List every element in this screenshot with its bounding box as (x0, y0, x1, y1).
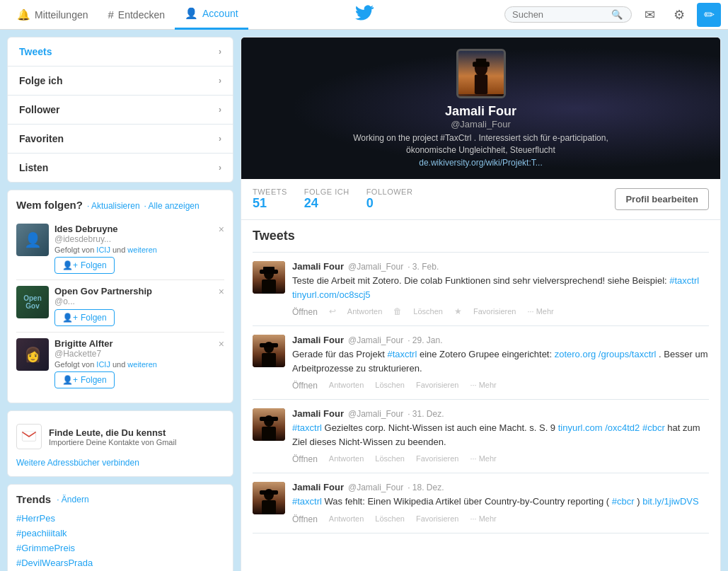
follow-button-1[interactable]: 👤+ Folgen (54, 257, 115, 274)
delete-link-1[interactable]: Löschen (375, 381, 405, 389)
follow-handle-1: @idesdebruy... (54, 234, 224, 244)
compose-button[interactable]: ✏ (697, 3, 721, 27)
search-input[interactable] (512, 9, 611, 20)
edit-profile-button[interactable]: Profil bearbeiten (615, 188, 709, 210)
tweet-link-1a[interactable]: zotero.org /groups/taxctrl (555, 349, 657, 359)
left-sidebar: Tweets › Folge ich › Follower › Favorite… (7, 37, 233, 571)
close-suggestion-1[interactable]: × (219, 224, 224, 235)
more-link-0[interactable]: ··· Mehr (527, 307, 553, 316)
reply-link-1[interactable]: Antworten (329, 381, 364, 389)
fav-link-2[interactable]: Favorisieren (416, 454, 459, 463)
tweet-link-2a[interactable]: tinyurl.com /oxc4td2 (558, 422, 640, 433)
chevron-right-icon: › (219, 134, 221, 144)
nav-discover[interactable]: # Entdecken (98, 0, 175, 30)
trends-widget: Trends · Ändern #HerrPes #peachiiitalk #… (7, 484, 233, 571)
tweet-date-3: · 18. Dez. (408, 483, 444, 492)
follow-also-link-1[interactable]: weiteren (127, 246, 157, 254)
follow-button-3[interactable]: 👤+ Folgen (54, 371, 115, 388)
tweet-body-2: Jamali Four @Jamali_Four · 31. Dez. #tax… (292, 408, 709, 464)
tweet-date-2: · 31. Dez. (408, 409, 444, 419)
stat-tweets: TWEETS 51 (253, 188, 287, 211)
tweet-link-0[interactable]: tinyurl.com/oc8scj5 (292, 289, 371, 300)
tweet-actions-1: Öffnen Antworten Löschen Favorisieren ··… (292, 379, 709, 391)
follow-avatar-2: Open Gov (16, 286, 49, 318)
tweet-expand-3[interactable]: Öffnen (292, 514, 318, 524)
sidebar-item-listen[interactable]: Listen › (8, 154, 233, 182)
settings-button[interactable]: ⚙ (667, 3, 691, 27)
nav-account[interactable]: 👤 Account (175, 0, 248, 30)
tweet-name-0: Jamali Four (292, 261, 344, 272)
follow-button-2[interactable]: 👤+ Folgen (54, 309, 115, 326)
fav-link-3[interactable]: Favorisieren (416, 514, 459, 523)
close-suggestion-3[interactable]: × (219, 338, 224, 350)
trends-title-row: Trends · Ändern (16, 493, 224, 505)
sidebar-item-tweets[interactable]: Tweets › (8, 38, 233, 67)
delete-link-2[interactable]: Löschen (375, 454, 405, 463)
sep-del-0: 🗑 (393, 306, 402, 316)
hashtag-taxctrl-2[interactable]: #taxctrl (292, 422, 322, 433)
main-layout: Tweets › Folge ich › Follower › Favorite… (0, 30, 728, 571)
svg-rect-9 (262, 279, 276, 294)
follow-by-link-1[interactable]: ICIJ (96, 246, 110, 254)
search-bar[interactable]: 🔍 (504, 6, 632, 23)
hashtag-taxctrl-1[interactable]: #taxctrl (387, 349, 417, 359)
hashtag-cbcr-2[interactable]: #cbcr (642, 422, 665, 433)
reply-link-0[interactable]: Antworten (347, 307, 383, 316)
sidebar-folge-ich-label: Folge ich (19, 75, 62, 86)
stat-folge-ich-value: 24 (304, 196, 318, 211)
tweet-body-3: Jamali Four @Jamali_Four · 18. Dez. #tax… (292, 482, 709, 524)
tweet-date-0: · 3. Feb. (408, 262, 439, 272)
svg-rect-4 (474, 74, 487, 93)
trend-item-2[interactable]: #GrimmePreis (16, 541, 224, 555)
more-link-1[interactable]: ··· Mehr (470, 381, 496, 389)
tweet-expand-1[interactable]: Öffnen (292, 381, 318, 391)
stat-follower-value: 0 (366, 196, 374, 211)
delete-link-3[interactable]: Löschen (375, 514, 405, 523)
address-books-link[interactable]: Weitere Adressbücher verbinden (16, 458, 224, 468)
profile-handle: @Jamali_Four (451, 119, 511, 129)
sidebar-item-follower[interactable]: Follower › (8, 96, 233, 125)
hashtag-taxctrl-3[interactable]: #taxctrl (292, 496, 322, 507)
sidebar-item-favoriten[interactable]: Favoriten › (8, 125, 233, 154)
fav-link-1[interactable]: Favorisieren (416, 381, 459, 389)
nav-notifications-label: Mitteilungen (35, 9, 88, 21)
trends-title: Trends (16, 493, 51, 505)
tweet-expand-0[interactable]: Öffnen (292, 307, 318, 317)
close-suggestion-2[interactable]: × (219, 286, 224, 297)
follow-avatar-3: 👩 (16, 338, 49, 371)
reply-link-2[interactable]: Antworten (329, 454, 364, 463)
hashtag-cbcr-3[interactable]: #cbcr (612, 496, 635, 507)
trend-item-0[interactable]: #HerrPes (16, 511, 224, 526)
show-all-link[interactable]: · Alle anzeigen (144, 201, 200, 211)
gmail-widget: Finde Leute, die Du kennst Importiere De… (7, 410, 233, 477)
fav-link-0[interactable]: Favorisieren (473, 307, 516, 316)
tweet-actions-2: Öffnen Antworten Löschen Favorisieren ··… (292, 453, 709, 464)
more-link-2[interactable]: ··· Mehr (470, 454, 496, 463)
tweets-section: Tweets Jamali Four @Jam (241, 220, 720, 545)
tweet-text-2: #taxctrl Gezieltes corp. Nicht-Wissen is… (292, 421, 709, 449)
sidebar-item-folge-ich[interactable]: Folge ich › (8, 67, 233, 96)
follow-by-link-3[interactable]: ICIJ (96, 360, 110, 369)
follow-also-link-3[interactable]: weiteren (127, 360, 157, 369)
reply-link-3[interactable]: Antworten (329, 514, 364, 523)
tweet-date-1: · 29. Jan. (408, 335, 442, 345)
trend-item-3[interactable]: #DevilWearsPrada (16, 555, 224, 570)
follow-widget-header: Wem folgen? · Aktualisieren · Alle anzei… (16, 199, 224, 211)
delete-link-0[interactable]: Löschen (413, 307, 443, 316)
tweet-link-3a[interactable]: bit.ly/1jiwDVS (642, 496, 698, 507)
tweet-text-0: Teste die Arbeit mit Zotero. Die colab F… (292, 274, 709, 301)
hashtag-taxctrl-0[interactable]: #taxctrl (669, 275, 699, 286)
sidebar-listen-label: Listen (19, 162, 48, 173)
tweet-avatar-0 (253, 261, 285, 294)
tweet-actions-3: Öffnen Antworten Löschen Favorisieren ··… (292, 513, 709, 524)
search-icon[interactable]: 🔍 (611, 9, 623, 20)
tweet-handle-2: @Jamali_Four (348, 409, 403, 419)
messages-button[interactable]: ✉ (637, 3, 661, 27)
update-link[interactable]: · Aktualisieren (87, 201, 140, 211)
more-link-3[interactable]: ··· Mehr (470, 514, 496, 523)
trends-change-link[interactable]: · Ändern (57, 495, 88, 504)
profile-link[interactable]: de.wikiversity.org/wiki/Projekt:T... (419, 158, 543, 168)
nav-notifications[interactable]: 🔔 Mitteilungen (7, 0, 98, 30)
trend-item-1[interactable]: #peachiiitalk (16, 526, 224, 541)
tweet-expand-2[interactable]: Öffnen (292, 454, 318, 464)
